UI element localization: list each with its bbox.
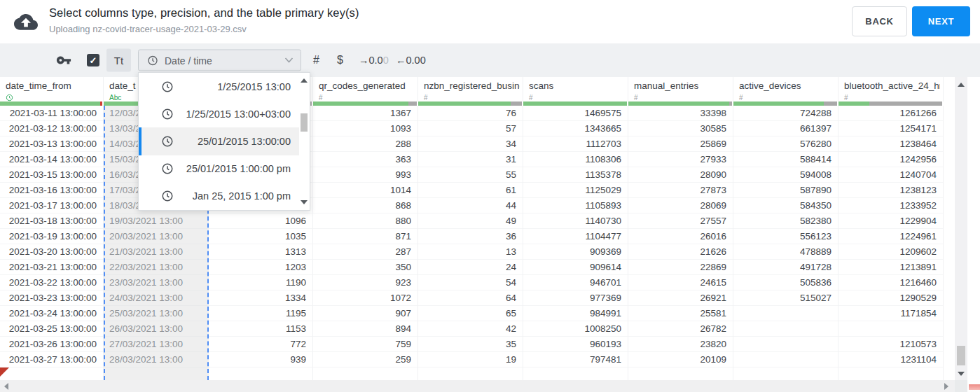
table-cell: 1229904 <box>838 214 943 229</box>
primary-key-button[interactable] <box>56 52 71 68</box>
table-cell: 22869 <box>628 260 733 275</box>
scrollbar-corner <box>955 380 967 392</box>
type-dropdown-value: Date / time <box>165 55 284 66</box>
table-cell: 909369 <box>523 244 628 260</box>
table-cell: 42 <box>418 321 523 337</box>
table-cell: 772 <box>209 337 312 352</box>
table-cell: 20109 <box>628 352 733 368</box>
column-header[interactable]: bluetooth_active_24_hr_# <box>838 77 944 102</box>
table-cell: 478889 <box>733 244 838 260</box>
table-cell: 19/03/2021 13:00 <box>105 214 207 229</box>
table-cell <box>733 306 838 321</box>
table-cell: 2021-03-17 13:00:00 <box>0 198 103 214</box>
column-nzbn_registered_busine: nzbn_registered_busine#76573431556144493… <box>418 77 523 380</box>
table-cell: 724288 <box>733 106 838 121</box>
table-cell: 1153 <box>209 321 312 337</box>
date-format-dropdown-panel: 1/25/2015 13:001/25/2015 13:00+03:0025/0… <box>138 72 310 211</box>
table-cell: 1105893 <box>523 198 628 214</box>
date-format-option[interactable]: Jan 25, 2015 1:00 pm <box>139 183 299 210</box>
table-cell: 960193 <box>523 337 628 352</box>
table-cell: 594008 <box>733 167 838 183</box>
table-cell <box>733 321 838 337</box>
back-button[interactable]: BACK <box>852 6 907 36</box>
table-cell: 259 <box>313 352 417 368</box>
column-header[interactable]: nzbn_registered_busine# <box>418 77 523 102</box>
column-cells: 1469575134366511127031108306113537811250… <box>523 106 628 380</box>
scroll-up-icon[interactable] <box>301 78 308 83</box>
table-cell: 759 <box>313 337 417 352</box>
scroll-down-icon[interactable] <box>301 200 308 204</box>
increase-precision-button[interactable]: ←0.00 <box>396 55 426 66</box>
date-format-option-label: 1/25/2015 13:00 <box>181 81 291 92</box>
currency-type-button[interactable]: $ <box>337 54 343 66</box>
table-cell: 35 <box>418 337 523 352</box>
cloud-upload-icon <box>14 12 38 30</box>
table-cell: 21/03/2021 13:00 <box>105 244 207 260</box>
table-cell: 61 <box>418 183 523 198</box>
scroll-down-icon[interactable] <box>958 372 965 376</box>
column-header[interactable]: active_devices# <box>733 77 838 102</box>
column-include-checkbox[interactable] <box>87 54 99 66</box>
column-cells: 1367109328836399310148688808712873509231… <box>313 106 418 380</box>
scroll-left-icon[interactable] <box>4 383 8 390</box>
table-cell <box>733 337 838 352</box>
table-cell: 1190 <box>209 275 312 290</box>
scroll-up-icon[interactable] <box>958 83 965 87</box>
table-cell: 984991 <box>523 306 628 321</box>
page-title: Select columns type, precision, and the … <box>49 6 359 20</box>
table-cell: 2021-03-12 13:00:00 <box>0 121 103 136</box>
date-format-option-label: 25/01/2015 13:00:00 <box>181 136 291 147</box>
table-cell: 880 <box>313 214 417 229</box>
table-cell: 26921 <box>628 290 733 306</box>
column-name: manual_entries <box>634 80 730 91</box>
vertical-scrollbar-thumb[interactable] <box>957 346 965 365</box>
table-cell: 363 <box>313 152 417 167</box>
column-active_devices: active_devices#7242886613975762805884145… <box>733 77 838 380</box>
table-cell: 288 <box>313 136 417 152</box>
date-format-option[interactable]: 25/01/2015 1:00:00 pm <box>139 155 299 183</box>
dropdown-scrollbar[interactable] <box>299 73 310 210</box>
column-name: date_time_from <box>6 80 100 91</box>
column-header[interactable]: manual_entries# <box>628 77 733 102</box>
decrease-precision-label: →0.0 <box>359 55 383 66</box>
text-type-button[interactable]: Tt <box>106 49 131 72</box>
table-cell: 19 <box>418 352 523 368</box>
table-cell: 33398 <box>628 106 733 121</box>
table-cell: 25/03/2021 13:00 <box>105 306 207 321</box>
column-header[interactable]: qr_codes_generated# <box>313 77 418 102</box>
table-cell: 26/03/2021 13:00 <box>105 321 207 337</box>
table-cell: 27557 <box>628 214 733 229</box>
number-type-button[interactable]: # <box>313 54 319 66</box>
page-scrollbar-thumb[interactable] <box>969 384 980 390</box>
horizontal-scrollbar[interactable] <box>0 380 955 392</box>
table-cell: 22/03/2021 13:00 <box>105 260 207 275</box>
clock-icon <box>161 162 174 175</box>
table-cell: 2021-03-18 13:00:00 <box>0 214 103 229</box>
table-cell: 27933 <box>628 152 733 167</box>
date-format-option[interactable]: 1/25/2015 13:00 <box>139 73 299 100</box>
table-cell: 26016 <box>628 229 733 244</box>
next-button[interactable]: NEXT <box>912 6 970 36</box>
table-cell: 1238464 <box>838 136 943 152</box>
scroll-right-icon[interactable] <box>944 383 948 390</box>
table-cell: 1254171 <box>838 121 943 136</box>
table-cell: 1334 <box>209 290 312 306</box>
column-cells: 2021-03-11 13:00:002021-03-12 13:00:0020… <box>0 106 104 380</box>
table-cell: 2021-03-14 13:00:00 <box>0 152 103 167</box>
date-format-option[interactable]: 25/01/2015 13:00:00 <box>139 127 299 155</box>
decrease-precision-button[interactable]: →0.00 <box>359 55 389 66</box>
column-header[interactable]: scans# <box>523 77 628 102</box>
column-cells: 7242886613975762805884145940085878905843… <box>733 106 838 380</box>
vertical-scrollbar[interactable] <box>955 77 967 380</box>
table-cell: 1093 <box>313 121 417 136</box>
column-cells: 1261266125417112384641242956124070412381… <box>838 106 944 380</box>
column-name: nzbn_registered_busine <box>424 80 520 91</box>
column-header[interactable]: date_time_from <box>0 77 104 102</box>
increase-precision-label: ←0.00 <box>396 55 426 66</box>
table-cell: 909614 <box>523 260 628 275</box>
type-dropdown[interactable]: Date / time <box>138 50 301 71</box>
table-cell: 2021-03-13 13:00:00 <box>0 136 103 152</box>
date-format-option[interactable]: 1/25/2015 13:00+03:00 <box>139 100 299 127</box>
table-cell: 1240704 <box>838 167 943 183</box>
dropdown-scrollbar-thumb[interactable] <box>301 113 308 132</box>
